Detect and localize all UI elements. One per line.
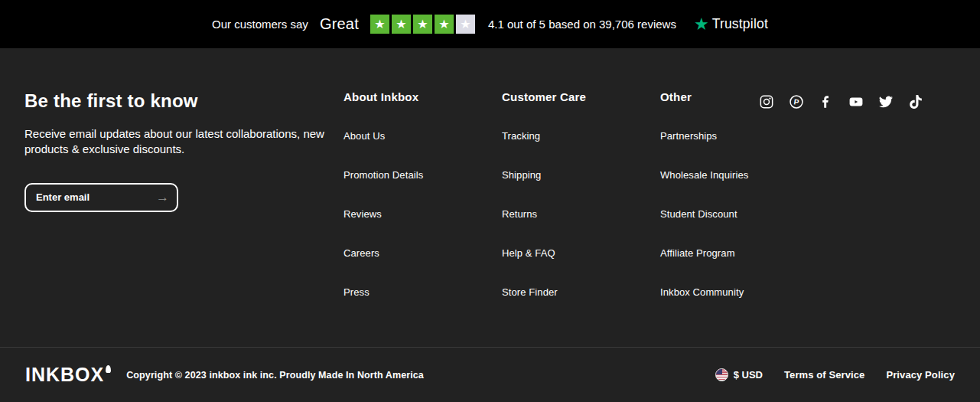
svg-text:P: P [793,97,799,106]
star-glyph: ★ [417,18,428,31]
list-item: Store Finder [502,285,660,299]
trustpilot-logo[interactable]: ★ Trustpilot [694,16,768,33]
footer-column-customer-care: Customer Care Tracking Shipping Returns … [502,90,660,299]
star-filled-icon: ★ [370,15,389,34]
link-shipping[interactable]: Shipping [502,169,541,181]
star-glyph: ★ [460,18,470,31]
list-item: Press [343,285,502,299]
list-item: Careers [343,246,502,260]
list-item: Returns [502,207,660,221]
star-glyph: ★ [396,18,406,31]
inkbox-wordmark: INKBOX [25,365,104,384]
link-help-faq[interactable]: Help & FAQ [502,247,555,259]
newsletter-title: Be the first to know [24,90,343,112]
us-flag-icon [715,368,728,381]
list-item: Promotion Details [343,168,502,181]
footer-bottom-bar: INKBOX Copyright © 2023 inkbox ink inc. … [0,347,980,402]
list-item: Affiliate Program [660,246,753,260]
youtube-icon[interactable] [849,95,863,109]
link-student-discount[interactable]: Student Discount [660,208,737,220]
link-careers[interactable]: Careers [343,247,379,259]
link-about-us[interactable]: About Us [343,130,385,142]
list-item: Help & FAQ [502,246,660,260]
star-glyph: ★ [374,18,385,31]
copyright-text: Copyright © 2023 inkbox ink inc. Proudly… [126,370,424,381]
email-input[interactable] [36,191,156,203]
star-empty-icon: ★ [456,15,475,34]
link-partnerships[interactable]: Partnerships [660,130,717,142]
list-item: Wholesale Inquiries [660,168,753,181]
tiktok-icon[interactable] [909,95,923,109]
currency-label: $ USD [734,369,763,381]
star-filled-icon: ★ [392,15,411,34]
facebook-icon[interactable] [819,95,833,109]
footer-column-about: About Inkbox About Us Promotion Details … [343,90,502,299]
email-signup-box: → [24,183,178,212]
newsletter-section: Be the first to know Receive email updat… [24,90,343,212]
social-links: P [760,95,923,109]
instagram-icon[interactable] [760,95,773,109]
star-filled-icon: ★ [413,15,432,34]
footer-bottom-right: $ USD Terms of Service Privacy Policy [715,368,955,381]
column-link-list: Tracking Shipping Returns Help & FAQ Sto… [502,129,660,299]
currency-selector[interactable]: $ USD [715,368,763,381]
rating-word: Great [320,15,359,33]
list-item: Tracking [502,129,660,142]
link-affiliate-program[interactable]: Affiliate Program [660,247,735,259]
list-item: Shipping [502,168,660,181]
link-wholesale-inquiries[interactable]: Wholesale Inquiries [660,169,748,181]
list-item: Student Discount [660,207,753,221]
customers-say-label: Our customers say [212,18,308,31]
privacy-policy-link[interactable]: Privacy Policy [886,369,955,381]
inkbox-logo[interactable]: INKBOX [25,365,111,384]
arrow-right-icon: → [156,190,169,204]
star-glyph: ★ [438,18,449,31]
trustpilot-star-icon: ★ [694,16,709,33]
column-link-list: Partnerships Wholesale Inquiries Student… [660,129,753,299]
list-item: Inkbox Community [660,285,753,299]
ink-drop-icon [106,365,111,373]
list-item: Reviews [343,207,502,221]
link-promotion-details[interactable]: Promotion Details [343,169,423,181]
twitter-icon[interactable] [879,95,893,109]
email-submit-button[interactable]: → [156,191,169,204]
terms-of-service-link[interactable]: Terms of Service [784,369,864,381]
link-tracking[interactable]: Tracking [502,130,540,142]
link-reviews[interactable]: Reviews [343,208,382,220]
pinterest-icon[interactable]: P [790,95,803,109]
link-store-finder[interactable]: Store Finder [502,286,558,298]
newsletter-description: Receive email updates about our latest c… [24,126,324,158]
column-header: Customer Care [502,90,660,103]
column-header: About Inkbox [343,90,502,103]
trustpilot-review-bar: Our customers say Great ★ ★ ★ ★ ★ 4.1 ou… [0,0,980,48]
link-inkbox-community[interactable]: Inkbox Community [660,286,744,298]
trustpilot-wordmark: Trustpilot [712,16,768,32]
column-link-list: About Us Promotion Details Reviews Caree… [343,129,502,299]
link-returns[interactable]: Returns [502,208,537,220]
link-press[interactable]: Press [343,286,370,298]
star-filled-icon: ★ [435,15,454,34]
list-item: About Us [343,129,502,142]
column-header: Other [660,90,753,103]
footer-column-other: Other Partnerships Wholesale Inquiries S… [660,90,753,299]
footer-main: Be the first to know Receive email updat… [0,48,980,347]
rating-summary: 4.1 out of 5 based on 39,706 reviews [488,18,676,31]
list-item: Partnerships [660,129,753,142]
trustpilot-star-rating: ★ ★ ★ ★ ★ [370,15,475,34]
